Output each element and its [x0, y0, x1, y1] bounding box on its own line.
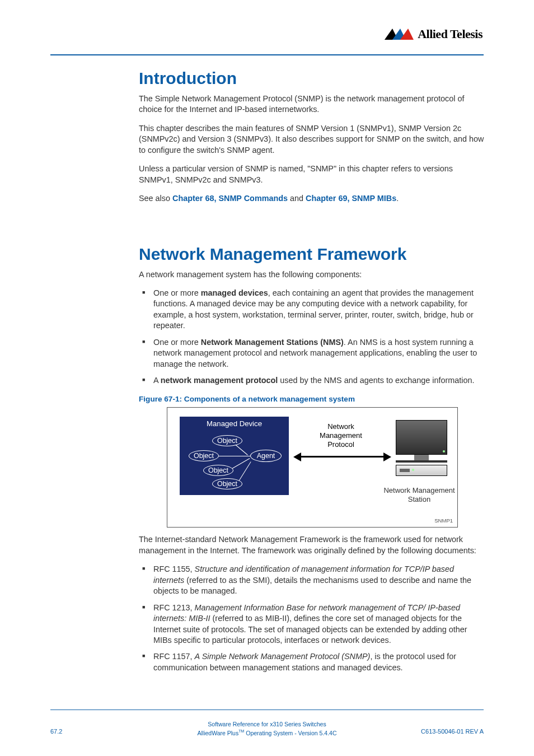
- logo-mark-icon: [385, 28, 414, 40]
- after-figure-paragraph: The Internet-standard Network Management…: [139, 534, 486, 556]
- footer-text: AlliedWare Plus: [197, 729, 238, 736]
- figure-container: Managed Device Object Object Object Obje…: [139, 407, 486, 528]
- link-chapter-68[interactable]: Chapter 68, SNMP Commands: [172, 194, 288, 203]
- footer-line-1: Software Reference for x310 Series Switc…: [208, 721, 326, 727]
- list-item: RFC 1157, A Simple Network Management Pr…: [139, 651, 486, 673]
- intro-paragraph-3: Unless a particular version of SNMP is n…: [139, 164, 486, 185]
- agent-oval: Agent: [250, 450, 282, 462]
- document-page: Allied Telesis Introduction The Simple N…: [0, 0, 534, 756]
- document-revision: C613-50046-01 REV A: [421, 728, 484, 735]
- li-text: used by the NMS and agents to exchange i…: [278, 376, 474, 385]
- list-item: One or more managed devices, each contai…: [139, 288, 486, 332]
- connector-line: [239, 462, 251, 481]
- li-text: One or more: [153, 288, 201, 297]
- footer-center: Software Reference for x310 Series Switc…: [50, 720, 484, 737]
- li-bold: Network Management Stations (NMS): [201, 338, 344, 347]
- see-also-prefix: See also: [139, 194, 172, 203]
- footer-text: Operating System - Version 5.4.4C: [244, 729, 336, 736]
- li-text: RFC 1157,: [153, 652, 195, 661]
- object-oval: Object: [212, 435, 242, 446]
- see-also-mid: and: [288, 194, 306, 203]
- figure-tag: SNMP1: [434, 517, 453, 524]
- list-item: RFC 1155, Structure and identification o…: [139, 564, 486, 596]
- object-oval: Object: [212, 478, 242, 489]
- footer-line-2: AlliedWare PlusTM Operating System - Ver…: [50, 729, 484, 737]
- brand-logo: Allied Telesis: [385, 27, 483, 41]
- list-item: A network management protocol used by th…: [139, 375, 486, 386]
- li-bold: managed devices: [201, 288, 268, 297]
- object-oval: Object: [203, 465, 233, 476]
- intro-paragraph-2: This chapter describes the main features…: [139, 123, 486, 156]
- see-also-suffix: .: [396, 194, 399, 203]
- figure-caption: Figure 67-1: Components of a network man…: [139, 395, 486, 403]
- connector-line: [236, 445, 248, 456]
- nms-label: Network Management Station: [374, 486, 464, 503]
- nms-computer-icon: [394, 420, 449, 476]
- nmf-components-list: One or more managed devices, each contai…: [139, 288, 486, 386]
- li-bold: network management protocol: [161, 376, 278, 385]
- list-item: RFC 1213, Management Information Base fo…: [139, 603, 486, 646]
- bidirectional-arrow-icon: [293, 452, 391, 461]
- li-text: A: [153, 376, 161, 385]
- rfc-list: RFC 1155, Structure and identification o…: [139, 564, 486, 673]
- link-chapter-69[interactable]: Chapter 69, SNMP MIBs: [306, 194, 396, 203]
- li-text: RFC 1213,: [153, 603, 195, 612]
- managed-device-box: Managed Device Object Object Object Obje…: [180, 417, 289, 495]
- figure-diagram: Managed Device Object Object Object Obje…: [167, 407, 458, 528]
- li-text: RFC 1155,: [153, 564, 195, 573]
- li-text: One or more: [153, 338, 201, 347]
- brand-name: Allied Telesis: [418, 27, 483, 41]
- trademark-symbol: TM: [238, 729, 244, 733]
- intro-paragraph-4: See also Chapter 68, SNMP Commands and C…: [139, 193, 486, 204]
- page-number: 67.2: [50, 728, 62, 735]
- content-area: Introduction The Simple Network Manageme…: [139, 69, 486, 673]
- heading-introduction: Introduction: [139, 69, 486, 88]
- object-oval: Object: [189, 450, 219, 461]
- nmp-label: Network Management Protocol: [310, 422, 372, 449]
- header-divider: [50, 54, 484, 55]
- managed-device-label: Managed Device: [180, 417, 289, 432]
- li-text: (referred to as the SMI), details the me…: [153, 576, 471, 595]
- intro-paragraph-1: The Simple Network Management Protocol (…: [139, 94, 486, 115]
- heading-nmf: Network Management Framework: [139, 245, 486, 264]
- connector-line: [219, 456, 250, 456]
- footer-divider: [50, 710, 484, 710]
- li-italic: A Simple Network Management Protocol (SN…: [195, 652, 371, 661]
- nmf-intro-paragraph: A network management system has the foll…: [139, 269, 486, 280]
- list-item: One or more Network Management Stations …: [139, 337, 486, 370]
